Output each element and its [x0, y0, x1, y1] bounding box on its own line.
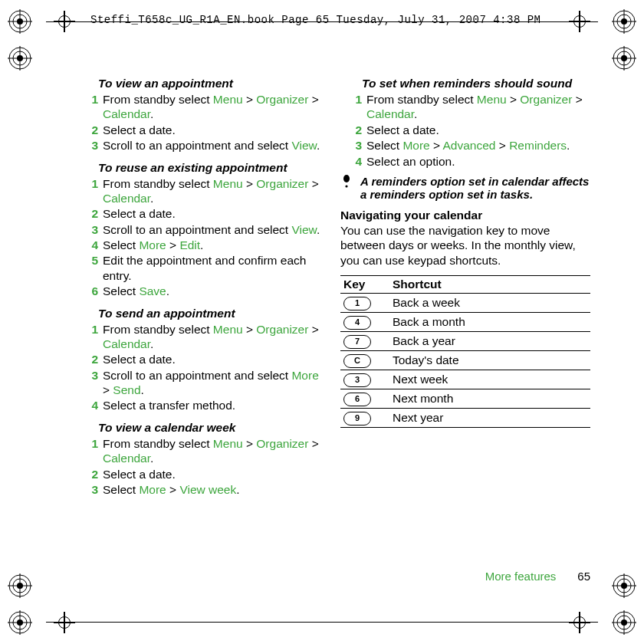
table-row: 3Next week: [340, 370, 590, 389]
table-row: 4Back a month: [340, 313, 590, 332]
shortcut-label: Next month: [389, 389, 590, 409]
keycap-icon: 9: [343, 412, 371, 426]
nav-calendar-body: You can use the navigation key to move b…: [340, 223, 590, 268]
shortcut-label: Back a week: [389, 294, 590, 313]
table-row: 1Back a week: [340, 294, 590, 313]
table-row: 6Next month: [340, 389, 590, 409]
view-link: View: [291, 139, 316, 152]
shortcut-label: Next year: [389, 409, 590, 428]
left-column: To view an appointment 1From standby sel…: [77, 69, 327, 498]
note-text: A reminders option set in calendar affec…: [360, 175, 590, 201]
footer-rule: [46, 622, 598, 623]
reg-mark-icon: [8, 573, 32, 598]
header-filename: Steffi_T658c_UG_R1A_EN.book Page 65 Tues…: [90, 14, 541, 26]
table-row: CToday's date: [340, 351, 590, 370]
svg-point-41: [345, 185, 347, 187]
subhead-view-week: To view a calendar week: [98, 421, 327, 435]
crosshair-icon: [54, 612, 75, 633]
keycap-icon: C: [343, 354, 371, 368]
crosshair-icon: [569, 612, 590, 633]
reg-mark-icon: [8, 9, 32, 34]
keycap-icon: 3: [343, 373, 371, 387]
shortcut-label: Today's date: [389, 351, 590, 370]
reg-mark-icon: [612, 46, 636, 71]
footer-page: 65: [577, 570, 590, 583]
shortcut-table: Key Shortcut 1Back a week4Back a month7B…: [340, 275, 590, 428]
page-content: To view an appointment 1From standby sel…: [77, 69, 590, 583]
col-shortcut: Shortcut: [389, 276, 590, 294]
keycap-icon: 6: [343, 393, 371, 406]
nav-calendar-title: Navigating your calendar: [340, 209, 590, 222]
advanced-link: Advanced: [443, 139, 496, 152]
step-text: Select a date.: [103, 123, 327, 137]
subhead-reuse-appointment: To reuse an existing appointment: [98, 161, 327, 175]
reg-mark-icon: [612, 9, 636, 34]
more-link: More: [139, 238, 166, 251]
keycap-icon: 4: [343, 316, 371, 330]
right-column: To set when reminders should sound 1From…: [340, 69, 590, 498]
send-link: Send: [113, 383, 140, 396]
reg-mark-icon: [8, 610, 32, 635]
keycap-icon: 1: [343, 297, 371, 310]
organizer-link: Organizer: [256, 93, 308, 106]
text: From standby select: [103, 93, 213, 106]
info-icon: [340, 175, 353, 201]
subhead-view-appointment: To view an appointment: [98, 77, 327, 90]
text: Scroll to an appointment and select: [103, 139, 291, 152]
shortcut-label: Back a month: [389, 313, 590, 332]
subhead-send-appointment: To send an appointment: [98, 307, 327, 320]
calendar-link: Calendar: [103, 107, 150, 120]
menu-link: Menu: [213, 93, 243, 106]
note-callout: A reminders option set in calendar affec…: [340, 175, 590, 201]
keycap-icon: 7: [343, 335, 371, 349]
edit-link: Edit: [179, 238, 200, 251]
table-row: 9Next year: [340, 409, 590, 428]
save-link: Save: [139, 284, 166, 297]
shortcut-label: Next week: [389, 370, 590, 389]
subhead-reminders: To set when reminders should sound: [362, 77, 590, 90]
col-key: Key: [340, 276, 389, 294]
table-row: 7Back a year: [340, 332, 590, 351]
shortcut-label: Back a year: [389, 332, 590, 351]
view-week-link: View week: [179, 483, 236, 496]
reg-mark-icon: [612, 573, 636, 598]
page-footer: More features65: [485, 570, 590, 583]
reg-mark-icon: [8, 46, 32, 71]
svg-point-40: [343, 175, 350, 182]
footer-section: More features: [485, 570, 557, 583]
reg-mark-icon: [612, 610, 636, 635]
reminders-link: Reminders: [509, 139, 567, 152]
